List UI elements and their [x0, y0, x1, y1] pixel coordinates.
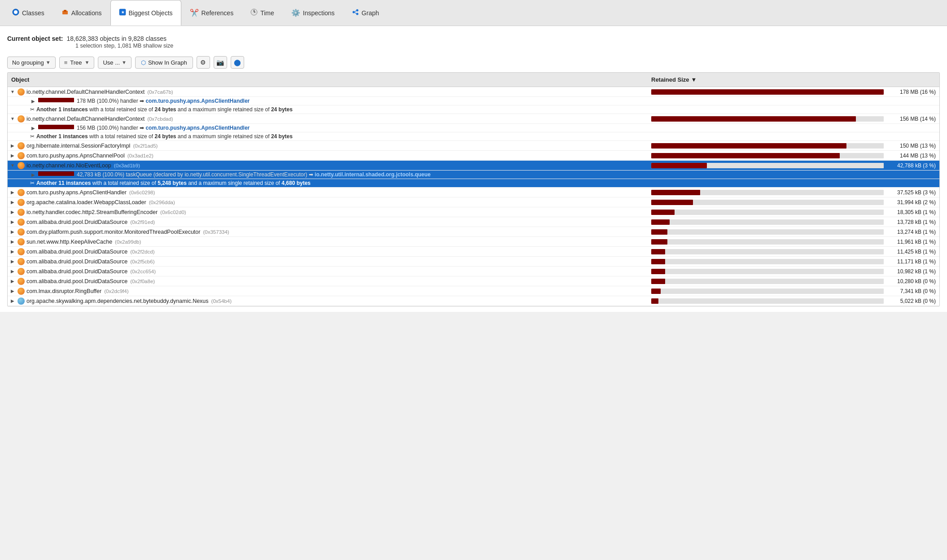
retained-value: 7,341 kB (0 %): [886, 288, 936, 294]
retained-bar: [651, 279, 884, 284]
retained-bar: [651, 249, 884, 254]
retained-bar: [651, 219, 884, 225]
object-table: Object Retained Size ▼ ▼io.netty.channel…: [7, 72, 940, 306]
table-row[interactable]: ▶com.alibaba.druid.pool.DruidDataSource …: [8, 217, 939, 227]
table-row[interactable]: ▶com.alibaba.druid.pool.DruidDataSource …: [8, 247, 939, 257]
expand-button[interactable]: ▶: [9, 268, 16, 275]
another-instances-text: Another 1 instances with a total retaine…: [36, 106, 293, 113]
settings-button[interactable]: ⚙: [197, 56, 210, 69]
expand-button[interactable]: ▶: [9, 209, 16, 215]
retained-bar: [651, 190, 884, 195]
obj-icon: [18, 209, 25, 216]
expand-button[interactable]: ▼: [9, 116, 16, 122]
child-row[interactable]: ▶42,783 kB (100.0%) taskQueue (declared …: [8, 171, 939, 179]
expand-button[interactable]: ▶: [9, 278, 16, 284]
expand-button[interactable]: ▶: [9, 298, 16, 304]
tree-icon: ≡: [64, 59, 68, 66]
cell-retained: 13,728 kB (1 %): [648, 218, 939, 226]
child-text: 42,783 kB (100.0%) taskQueue (declared b…: [77, 171, 431, 178]
expand-button[interactable]: ▶: [30, 171, 36, 178]
cell-object: ▶com.turo.pushy.apns.ApnsChannelPool (0x…: [8, 151, 648, 160]
table-row[interactable]: ▶org.apache.catalina.loader.WebappClassL…: [8, 197, 939, 207]
expand-button[interactable]: ▶: [9, 229, 16, 235]
tree-dropdown[interactable]: ≡ Tree ▼: [59, 57, 95, 69]
tree-dropdown-arrow: ▼: [85, 60, 90, 65]
expand-button[interactable]: ▶: [9, 249, 16, 255]
graph-label: Graph: [362, 9, 379, 17]
object-address: (0x54b4): [211, 298, 232, 304]
child-link[interactable]: io.netty.util.internal.shaded.org.jctool…: [315, 171, 430, 178]
expand-button[interactable]: ▶: [9, 219, 16, 225]
classes-icon: [12, 9, 19, 18]
expand-button[interactable]: ▶: [9, 288, 16, 294]
tab-inspections[interactable]: ⚙️Inspections: [283, 0, 343, 26]
child-bar: [38, 125, 74, 129]
object-name: com.lmax.disruptor.RingBuffer: [26, 288, 101, 294]
table-row[interactable]: ▶com.lmax.disruptor.RingBuffer (0x2dc9f4…: [8, 286, 939, 296]
retained-value: 11,961 kB (1 %): [886, 239, 936, 245]
table-row[interactable]: ▶com.alibaba.druid.pool.DruidDataSource …: [8, 276, 939, 286]
show-in-graph-label: Show In Graph: [148, 59, 187, 66]
table-row[interactable]: ▶com.turo.pushy.apns.ApnsChannelPool (0x…: [8, 151, 939, 161]
table-row[interactable]: ▼io.netty.channel.nio.NioEventLoop (0x3a…: [8, 161, 939, 171]
table-row[interactable]: ▶org.hibernate.internal.SessionFactoryIm…: [8, 141, 939, 151]
tab-references[interactable]: ✂️References: [181, 0, 242, 26]
retained-value: 11,425 kB (1 %): [886, 249, 936, 255]
object-address: (0x2f0a8e): [130, 279, 155, 284]
table-row[interactable]: ▼io.netty.channel.DefaultChannelHandlerC…: [8, 87, 939, 97]
sort-arrow[interactable]: ▼: [691, 76, 697, 83]
obj-icon: [18, 238, 25, 245]
cell-object: ▶com.dxy.platform.push.support.monitor.M…: [8, 228, 648, 236]
expand-button[interactable]: ▶: [9, 143, 16, 149]
export-button[interactable]: 📷: [214, 56, 227, 69]
cell-retained: 10,280 kB (0 %): [648, 277, 939, 285]
svg-point-10: [356, 9, 358, 11]
obj-icon: [18, 268, 25, 275]
object-address: (0x2f91ed): [130, 219, 155, 225]
obj-icon: [18, 189, 25, 196]
tab-biggest-objects[interactable]: ★Biggest Objects: [110, 0, 181, 26]
cell-retained: 150 MB (13 %): [648, 142, 939, 150]
expand-button[interactable]: ▶: [9, 258, 16, 265]
table-row[interactable]: ▶com.turo.pushy.apns.ApnsClientHandler (…: [8, 188, 939, 197]
tab-time[interactable]: Time: [242, 0, 283, 26]
tab-graph[interactable]: Graph: [343, 0, 388, 26]
expand-button[interactable]: ▶: [9, 199, 16, 206]
expand-button[interactable]: ▼: [9, 89, 16, 95]
table-row[interactable]: ▶org.apache.skywalking.apm.dependencies.…: [8, 296, 939, 306]
export-icon: 📷: [216, 59, 224, 66]
retained-bar: [651, 259, 884, 264]
table-row[interactable]: ▶com.alibaba.druid.pool.DruidDataSource …: [8, 257, 939, 267]
expand-button[interactable]: ▶: [30, 125, 36, 131]
object-name: org.hibernate.internal.SessionFactoryImp…: [26, 143, 130, 149]
retained-value: 10,280 kB (0 %): [886, 278, 936, 284]
cell-object: ▼io.netty.channel.DefaultChannelHandlerC…: [8, 114, 648, 123]
use-dropdown[interactable]: Use ... ▼: [98, 57, 131, 69]
child-row[interactable]: ▶156 MB (100.0%) handler ➡ com.turo.push…: [8, 124, 939, 132]
graph-icon: [352, 9, 359, 18]
table-row[interactable]: ▶com.alibaba.druid.pool.DruidDataSource …: [8, 267, 939, 276]
expand-button[interactable]: ▶: [9, 189, 16, 196]
table-row[interactable]: ▼io.netty.channel.DefaultChannelHandlerC…: [8, 114, 939, 124]
expand-button[interactable]: ▶: [9, 239, 16, 245]
table-row[interactable]: ▶com.dxy.platform.push.support.monitor.M…: [8, 227, 939, 237]
col-retained-header: Retained Size ▼: [648, 74, 939, 85]
child-link[interactable]: com.turo.pushy.apns.ApnsClientHandler: [145, 98, 250, 104]
filter-button[interactable]: ⬤: [231, 56, 244, 69]
col-object-header: Object: [8, 74, 648, 85]
table-row[interactable]: ▶sun.net.www.http.KeepAliveCache (0x2a99…: [8, 237, 939, 247]
object-address: (0x3ad1b9): [114, 163, 140, 168]
table-row[interactable]: ▶io.netty.handler.codec.http2.StreamBuff…: [8, 207, 939, 217]
grouping-label: No grouping: [12, 59, 44, 66]
child-row[interactable]: ▶178 MB (100.0%) handler ➡ com.turo.push…: [8, 97, 939, 105]
show-in-graph-button[interactable]: ⬡ Show In Graph: [135, 57, 193, 69]
expand-button[interactable]: ▶: [30, 98, 36, 104]
expand-button[interactable]: ▶: [9, 153, 16, 159]
grouping-dropdown[interactable]: No grouping ▼: [7, 57, 56, 69]
obj-icon: [18, 248, 25, 255]
expand-button[interactable]: ▼: [9, 162, 16, 169]
retained-bar: [651, 289, 884, 294]
child-link[interactable]: com.turo.pushy.apns.ApnsClientHandler: [145, 125, 250, 131]
tab-classes[interactable]: Classes: [4, 0, 53, 26]
tab-allocations[interactable]: Allocations: [53, 0, 110, 26]
